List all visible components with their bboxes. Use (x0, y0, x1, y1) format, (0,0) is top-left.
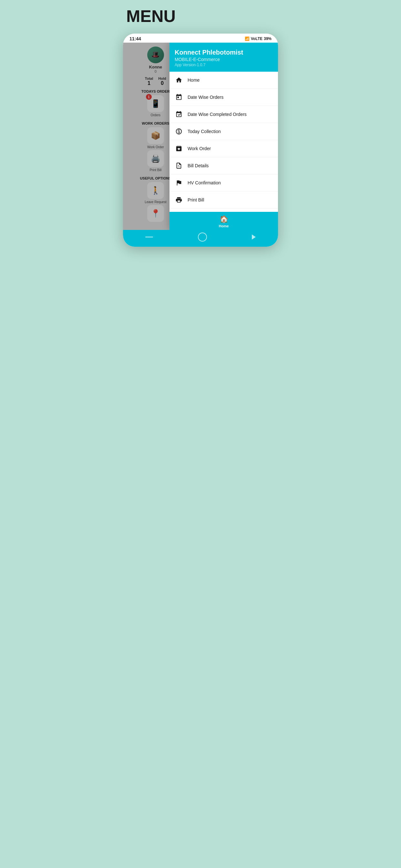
leave-request-label: Leave Request (145, 200, 166, 204)
bottom-navigation: 🏠 Home (169, 212, 278, 230)
total-value: 1 (148, 81, 150, 86)
menu-item-date-wise-orders[interactable]: Date Wise Orders (169, 89, 278, 106)
coins-icon (175, 127, 183, 135)
total-label: Total (145, 76, 153, 81)
menu-item-print-bill[interactable]: Print Bill (169, 191, 278, 209)
menu-label-today-collection: Today Collection (188, 129, 221, 134)
phone-bottom-gestures (123, 230, 278, 247)
home-icon (175, 76, 183, 84)
avatar-icon: 🎩 (151, 51, 160, 59)
menu-label-work-order: Work Order (188, 146, 211, 151)
bill-icon (175, 161, 183, 170)
menu-item-home[interactable]: Home (169, 72, 278, 89)
work-order-card: 📦 Work Order (147, 127, 164, 149)
printer-icon (175, 196, 183, 204)
todays-order-title: TODAYS ORDER (142, 89, 169, 93)
print-bill-label: Print Bill (150, 168, 161, 172)
location-icon-circle: 📍 (147, 205, 164, 222)
menu-label-print-bill: Print Bill (188, 197, 204, 203)
menu-label-home: Home (188, 78, 199, 83)
menu-label-date-wise-orders: Date Wise Orders (188, 95, 223, 100)
status-bar: 11:44 📶 VoLTE 39% (123, 34, 278, 42)
print-bill-card: 🖨️ Print Bill (147, 150, 164, 172)
page-title: MENU (126, 6, 176, 26)
work-orders-title: WORK ORDERS (142, 121, 169, 125)
page-wrapper: MENU 11:44 📶 VoLTE 39% 🎩 Konne 0 (123, 6, 278, 247)
navigation-drawer: Konnect Phlebotomist MOBILE-E-Commerce A… (169, 42, 278, 230)
leave-request-card: 🚶 Leave Request (145, 182, 166, 204)
calendar-check-icon (175, 93, 183, 101)
battery-text: 39% (264, 36, 272, 41)
hold-stat: Hold 0 (158, 76, 166, 86)
menu-item-upi-payment-report[interactable]: UPI Payment Report (169, 209, 278, 212)
menu-item-today-collection[interactable]: Today Collection (169, 123, 278, 140)
nav-home[interactable]: 🏠 Home (219, 215, 229, 228)
hold-label: Hold (158, 76, 166, 81)
nav-home-label: Home (219, 224, 229, 228)
phone-content: 🎩 Konne 0 Total 1 Hold 0 TODAYS ORDER (123, 42, 278, 230)
drawer-menu: Home Date Wise Orders Date (169, 72, 278, 212)
work-order-label: Work Order (147, 145, 164, 149)
stats-row: Total 1 Hold 0 (145, 76, 166, 86)
drawer-subtitle: MOBILE-E-Commerce (175, 57, 273, 62)
drawer-version: App Version-1.0.7 (175, 63, 273, 67)
drawer-app-name: Konnect Phlebotomist (175, 49, 273, 56)
menu-label-date-wise-completed-orders: Date Wise Completed Orders (188, 112, 247, 117)
print-bill-icon-circle: 🖨️ (147, 150, 164, 167)
useful-options-title: USEFUL OPTIONS (140, 176, 171, 180)
gesture-home (198, 232, 207, 242)
orders-label: Orders (151, 113, 161, 117)
status-time: 11:44 (129, 36, 141, 41)
orders-icon-circle: 1 📱 (147, 95, 164, 112)
phone-frame: 11:44 📶 VoLTE 39% 🎩 Konne 0 Total 1 (123, 34, 278, 247)
orders-card: 1 📱 Orders (147, 95, 164, 117)
location-card: 📍 (147, 205, 164, 223)
user-name: Konne (149, 65, 162, 69)
hold-value: 0 (161, 81, 164, 86)
flag-icon (175, 179, 183, 187)
gesture-recent (252, 235, 256, 240)
work-order-icon-circle: 📦 (147, 127, 164, 144)
orders-badge: 1 (146, 94, 152, 100)
leave-request-icon-circle: 🚶 (147, 182, 164, 199)
calendar-done-icon (175, 110, 183, 119)
box-icon (175, 144, 183, 153)
drawer-header: Konnect Phlebotomist MOBILE-E-Commerce A… (169, 42, 278, 72)
gesture-back (145, 237, 153, 237)
menu-label-hv-confirmation: HV Confirmation (188, 180, 221, 185)
wifi-icon: 📶 (245, 36, 250, 41)
menu-item-bill-details[interactable]: Bill Details (169, 157, 278, 175)
menu-item-hv-confirmation[interactable]: HV Confirmation (169, 175, 278, 191)
menu-label-bill-details: Bill Details (188, 163, 209, 168)
nav-home-icon: 🏠 (220, 215, 228, 223)
total-stat: Total 1 (145, 76, 153, 86)
avatar: 🎩 (147, 46, 164, 63)
signal-text: VoLTE (251, 36, 263, 41)
menu-item-date-wise-completed-orders[interactable]: Date Wise Completed Orders (169, 106, 278, 123)
user-points: 0 (155, 69, 157, 73)
status-icons: 📶 VoLTE 39% (245, 36, 272, 41)
menu-item-work-order[interactable]: Work Order (169, 140, 278, 157)
